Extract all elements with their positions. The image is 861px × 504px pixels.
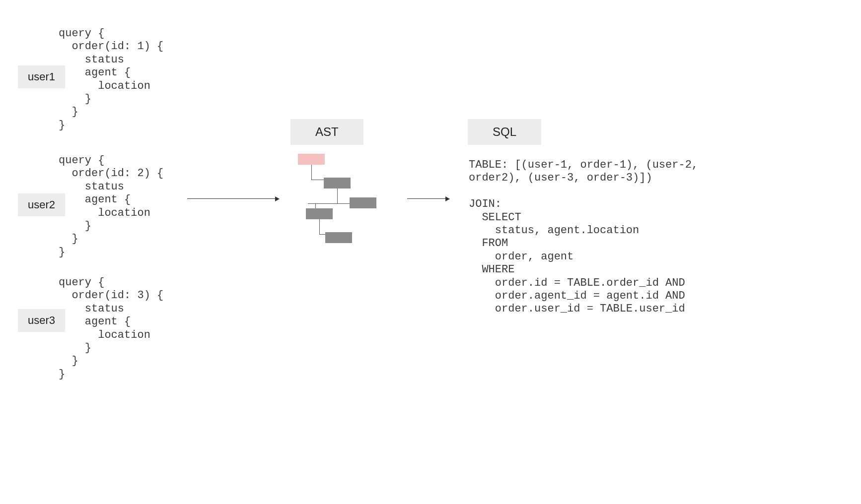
sql-output: TABLE: [(user-1, order-1), (user-2, orde…	[469, 159, 698, 316]
ast-root-node	[298, 154, 325, 165]
ast-node	[306, 208, 333, 219]
graphql-query-3: query { order(id: 3) { status agent { lo…	[59, 276, 163, 381]
sql-section-label: SQL	[468, 119, 541, 145]
arrow-queries-to-ast	[187, 198, 279, 199]
graphql-query-1: query { order(id: 1) { status agent { lo…	[59, 27, 163, 132]
ast-section-label: AST	[290, 119, 363, 145]
user-label-1: user1	[18, 65, 65, 88]
ast-tree-diagram	[298, 154, 397, 253]
ast-node	[325, 232, 352, 243]
arrow-ast-to-sql	[407, 198, 449, 199]
ast-node	[350, 197, 376, 208]
user-label-2: user2	[18, 193, 65, 216]
user-label-3: user3	[18, 309, 65, 332]
ast-node	[324, 178, 351, 189]
graphql-query-2: query { order(id: 2) { status agent { lo…	[59, 154, 163, 259]
